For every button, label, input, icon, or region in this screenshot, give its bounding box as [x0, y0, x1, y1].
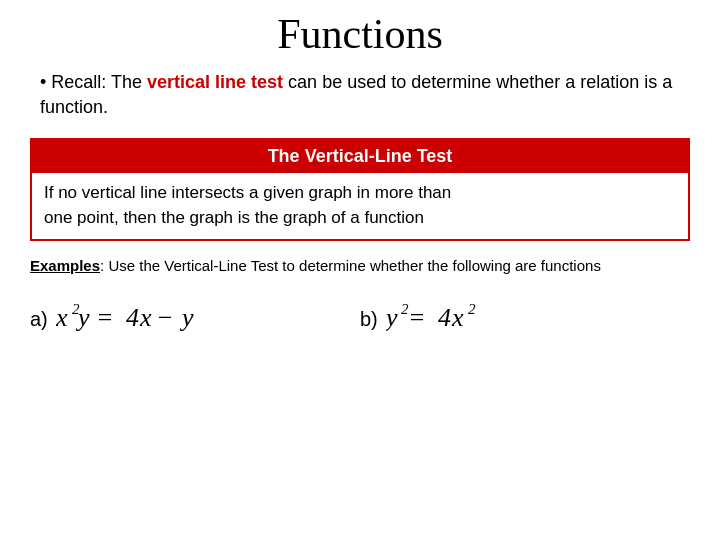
svg-text:4: 4 — [126, 303, 139, 332]
math-a-svg: x 2 y = 4 x − y — [56, 292, 216, 342]
recall-text: • Recall: The vertical line test can be … — [30, 70, 690, 120]
svg-text:−: − — [156, 303, 174, 332]
svg-text:x: x — [139, 303, 152, 332]
theorem-line1: If no vertical line intersects a given g… — [44, 183, 451, 202]
math-b-label: b) — [360, 308, 378, 331]
svg-text:=: = — [96, 303, 114, 332]
svg-text:=: = — [408, 303, 426, 332]
svg-text:x: x — [56, 303, 68, 332]
recall-prefix: Recall: The — [51, 72, 147, 92]
math-b-svg: y 2 = 4 x 2 — [386, 292, 526, 342]
theorem-body: If no vertical line intersects a given g… — [32, 173, 688, 238]
math-examples-row: a) x 2 y = 4 x − y — [30, 292, 690, 348]
svg-text:y: y — [386, 303, 398, 332]
svg-text:2: 2 — [468, 301, 476, 317]
examples-text: : Use the Vertical-Line Test to determin… — [100, 257, 601, 274]
theorem-box: The Vertical-Line Test If no vertical li… — [30, 138, 690, 240]
math-a-expr: x 2 y = 4 x − y — [56, 292, 216, 348]
theorem-line2: one point, then the graph is the graph o… — [44, 208, 424, 227]
svg-text:y: y — [179, 303, 194, 332]
math-item-b: b) y 2 = 4 x 2 — [360, 292, 690, 348]
math-item-a: a) x 2 y = 4 x − y — [30, 292, 360, 348]
examples-line: Examples: Use the Vertical-Line Test to … — [30, 257, 690, 274]
theorem-header: The Vertical-Line Test — [32, 140, 688, 173]
svg-text:x: x — [451, 303, 464, 332]
slide-page: Functions • Recall: The vertical line te… — [0, 0, 720, 540]
svg-text:4: 4 — [438, 303, 451, 332]
bold-red-text: vertical line test — [147, 72, 283, 92]
examples-label: Examples — [30, 257, 100, 274]
math-b-expr: y 2 = 4 x 2 — [386, 292, 526, 348]
page-title: Functions — [30, 10, 690, 58]
svg-text:y: y — [75, 303, 90, 332]
math-a-label: a) — [30, 308, 48, 331]
